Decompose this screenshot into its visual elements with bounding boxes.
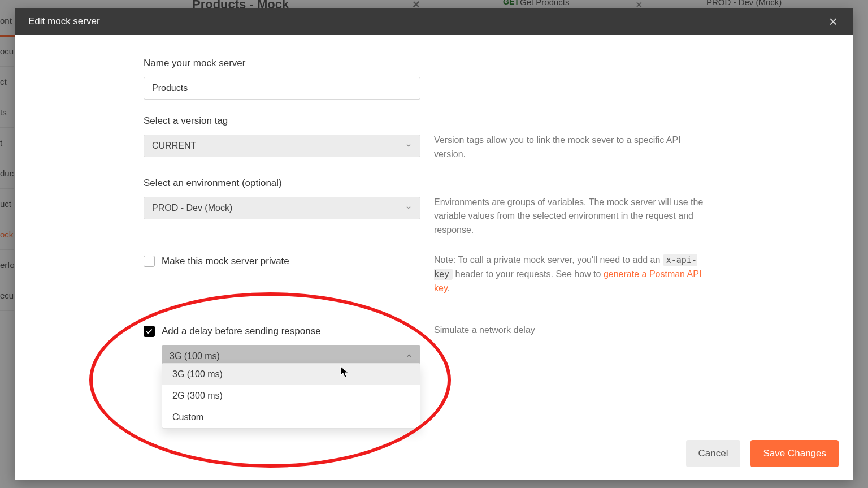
close-icon[interactable]: ×: [827, 14, 840, 29]
private-help-b: header to your requests. See how to: [453, 269, 604, 279]
env-label: Select an environment (optional): [144, 178, 420, 189]
delay-checkbox[interactable]: [144, 326, 155, 337]
modal-footer: Cancel Save Changes: [15, 426, 853, 480]
env-help-text: Environments are groups of variables. Th…: [434, 197, 703, 235]
modal-header: Edit mock server ×: [15, 8, 853, 35]
delay-dropdown: 3G (100 ms) 2G (300 ms) Custom: [162, 363, 420, 429]
version-help-text: Version tags allow you to link the mock …: [434, 135, 681, 159]
cancel-button[interactable]: Cancel: [686, 440, 741, 467]
mock-name-field[interactable]: [144, 77, 420, 100]
environment-select[interactable]: PROD - Dev (Mock): [144, 197, 420, 219]
private-label: Make this mock server private: [162, 256, 289, 267]
name-label: Name your mock server: [144, 58, 420, 69]
delay-option-2g[interactable]: 2G (300 ms): [162, 385, 420, 407]
env-selected-value: PROD - Dev (Mock): [152, 203, 232, 213]
delay-option-custom[interactable]: Custom: [162, 407, 420, 428]
private-checkbox[interactable]: [144, 256, 155, 267]
delay-help-text: Simulate a network delay: [434, 325, 535, 335]
version-select[interactable]: CURRENT: [144, 135, 420, 157]
chevron-up-icon: [406, 351, 413, 361]
edit-mock-server-modal: Edit mock server × Name your mock server…: [15, 8, 853, 480]
version-label: Select a version tag: [144, 115, 420, 127]
delay-selected-value: 3G (100 ms): [170, 351, 220, 361]
chevron-down-icon: [405, 141, 412, 151]
save-button[interactable]: Save Changes: [750, 440, 839, 467]
version-selected-value: CURRENT: [152, 141, 196, 151]
modal-title: Edit mock server: [28, 16, 100, 27]
delay-option-3g[interactable]: 3G (100 ms): [162, 364, 420, 385]
private-help-a: Note: To call a private mock server, you…: [434, 255, 663, 265]
delay-label: Add a delay before sending response: [162, 326, 321, 337]
chevron-down-icon: [405, 203, 412, 213]
